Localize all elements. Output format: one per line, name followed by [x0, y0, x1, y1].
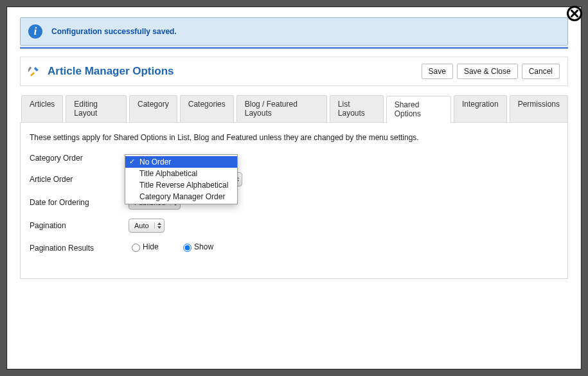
tab-articles[interactable]: Articles	[21, 95, 63, 122]
alert-underline	[20, 47, 568, 49]
page-title: Article Manager Options	[48, 65, 174, 78]
label-pagination-results: Pagination Results	[30, 244, 129, 253]
option-title-alphabetical[interactable]: Title Alphabetical	[125, 168, 237, 179]
tab-permissions[interactable]: Permissions	[510, 95, 568, 122]
tab-categories[interactable]: Categories	[180, 95, 234, 122]
close-icon	[571, 10, 578, 17]
tab-blog-featured-layouts[interactable]: Blog / Featured Layouts	[236, 95, 327, 122]
tab-integration[interactable]: Integration	[454, 95, 507, 122]
svg-rect-0	[28, 67, 31, 72]
cancel-button[interactable]: Cancel	[522, 64, 560, 79]
pagination-results-hide-label: Hide	[143, 242, 159, 251]
tab-category[interactable]: Category	[129, 95, 177, 122]
save-close-button[interactable]: Save & Close	[457, 64, 518, 79]
options-panel: These settings apply for Shared Options …	[20, 122, 568, 279]
option-no-order[interactable]: No Order	[125, 156, 237, 168]
tab-bar: Articles Editing Layout Category Categor…	[20, 95, 568, 122]
tools-icon	[28, 66, 40, 77]
label-category-order: Category Order	[30, 154, 129, 163]
category-order-dropdown[interactable]: No Order Title Alphabetical Title Revers…	[125, 154, 238, 204]
pagination-results-show-label: Show	[194, 242, 213, 251]
info-icon: i	[28, 24, 42, 39]
alert-text: Configuration successfully saved.	[51, 27, 177, 36]
close-button[interactable]	[567, 6, 582, 21]
option-title-reverse-alphabetical[interactable]: Title Reverse Alphabetical	[125, 179, 237, 191]
panel-description: These settings apply for Shared Options …	[30, 133, 558, 142]
tab-list-layouts[interactable]: List Layouts	[330, 95, 384, 122]
titlebar: Article Manager Options Save Save & Clos…	[20, 57, 568, 86]
success-alert: i Configuration successfully saved.	[20, 17, 568, 46]
save-button[interactable]: Save	[422, 64, 453, 79]
options-modal: i Configuration successfully saved. Arti…	[6, 6, 582, 370]
action-buttons: Save Save & Close Cancel	[422, 64, 560, 79]
pagination-select[interactable]: Auto	[129, 219, 165, 233]
tab-shared-options[interactable]: Shared Options	[386, 96, 451, 123]
label-pagination: Pagination	[30, 221, 129, 230]
select-caret-icon	[154, 222, 164, 229]
pagination-results-show-radio[interactable]	[183, 244, 192, 252]
pagination-results-hide-radio[interactable]	[132, 244, 140, 252]
label-date-for-ordering: Date for Ordering	[30, 198, 129, 207]
tab-editing-layout[interactable]: Editing Layout	[66, 95, 127, 122]
option-category-manager-order[interactable]: Category Manager Order	[125, 191, 237, 202]
label-article-order: Article Order	[30, 175, 129, 184]
pagination-value: Auto	[129, 222, 154, 229]
